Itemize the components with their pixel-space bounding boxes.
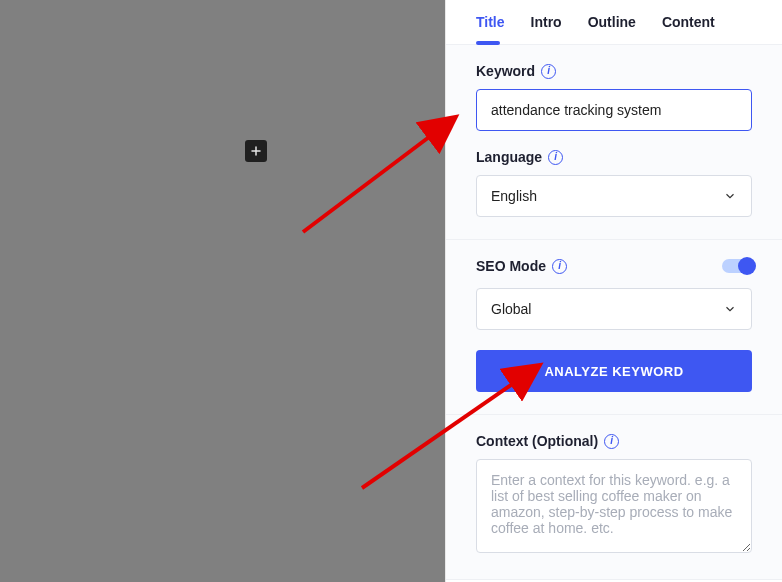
tab-outline[interactable]: Outline	[588, 14, 636, 44]
language-info-icon[interactable]	[548, 150, 563, 165]
chevron-down-icon	[723, 302, 737, 316]
section-keyword: Keyword Language English	[446, 45, 782, 240]
tab-title[interactable]: Title	[476, 14, 505, 44]
settings-panel: Title Intro Outline Content Keyword Lang…	[445, 0, 782, 582]
plus-icon	[250, 145, 262, 157]
field-keyword: Keyword	[476, 63, 752, 131]
section-context: Context (Optional)	[446, 415, 782, 580]
keyword-info-icon[interactable]	[541, 64, 556, 79]
seo-label: SEO Mode	[476, 258, 546, 274]
keyword-label: Keyword	[476, 63, 535, 79]
seo-region-select[interactable]: Global	[476, 288, 752, 330]
context-info-icon[interactable]	[604, 434, 619, 449]
add-block-button[interactable]	[245, 140, 267, 162]
chevron-down-icon	[723, 189, 737, 203]
editor-canvas	[0, 0, 445, 582]
field-language: Language English	[476, 149, 752, 217]
keyword-input[interactable]	[476, 89, 752, 131]
seo-info-icon[interactable]	[552, 259, 567, 274]
section-seo: SEO Mode Global ANALYZE KEYWORD	[446, 240, 782, 415]
seo-region-value: Global	[491, 301, 531, 317]
seo-toggle[interactable]	[722, 259, 752, 273]
language-select[interactable]: English	[476, 175, 752, 217]
analyze-keyword-button[interactable]: ANALYZE KEYWORD	[476, 350, 752, 392]
tab-bar: Title Intro Outline Content	[446, 0, 782, 45]
tab-content[interactable]: Content	[662, 14, 715, 44]
context-textarea[interactable]	[476, 459, 752, 553]
context-label: Context (Optional)	[476, 433, 598, 449]
language-label: Language	[476, 149, 542, 165]
tab-intro[interactable]: Intro	[531, 14, 562, 44]
language-value: English	[491, 188, 537, 204]
